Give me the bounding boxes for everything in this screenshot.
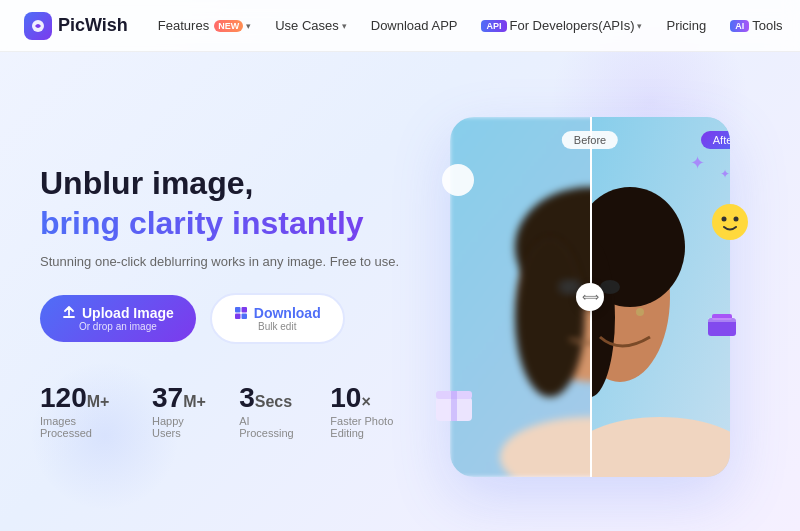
before-badge: Before xyxy=(562,131,618,149)
stat-faster-editing: 10× Faster Photo Editing xyxy=(330,384,420,439)
svg-rect-16 xyxy=(451,391,457,421)
svg-rect-4 xyxy=(241,314,247,320)
nav-item-features[interactable]: Features NEW ▾ xyxy=(148,12,261,39)
svg-rect-1 xyxy=(235,307,241,313)
nav-item-developers[interactable]: API For Developers(APIs) ▾ xyxy=(471,12,652,39)
box-decoration: 🧸 xyxy=(430,377,478,431)
navbar: PicWish Features NEW ▾ Use Cases ▾ Downl… xyxy=(0,0,800,52)
download-sub-text: Bulk edit xyxy=(258,321,296,332)
nav-item-tools[interactable]: AI Tools xyxy=(720,12,792,39)
svg-rect-3 xyxy=(235,314,241,320)
cta-buttons: Upload Image Or drop an image Download B… xyxy=(40,293,420,344)
hero-title-line1: Unblur image, xyxy=(40,164,420,202)
nav-item-download[interactable]: Download APP xyxy=(361,12,468,39)
main-content: Unblur image, bring clarity instantly St… xyxy=(0,52,800,531)
download-button[interactable]: Download Bulk edit xyxy=(210,293,345,344)
upload-sub-text: Or drop an image xyxy=(79,321,157,332)
api-badge: API xyxy=(481,20,506,32)
chevron-down-icon: ▾ xyxy=(246,21,251,31)
plane-decoration: ✈️ xyxy=(440,162,476,204)
upload-icon xyxy=(62,306,76,320)
hero-left: Unblur image, bring clarity instantly St… xyxy=(40,82,420,511)
svg-point-8 xyxy=(722,217,727,222)
gift-decoration: 👍 xyxy=(704,302,740,344)
chevron-down-icon: ▾ xyxy=(342,21,347,31)
stat-ai-processing: 3Secs AI Processing xyxy=(239,384,300,439)
ai-badge: AI xyxy=(730,20,749,32)
nav-items: Features NEW ▾ Use Cases ▾ Download APP … xyxy=(148,12,793,39)
star-decoration-2: ✦ xyxy=(720,167,730,181)
svg-point-9 xyxy=(734,217,739,222)
chevron-down-icon: ▾ xyxy=(637,21,642,31)
svg-point-32 xyxy=(636,308,644,316)
stat-images-processed: 120M+ Images Processed xyxy=(40,384,122,439)
emoji-face-decoration xyxy=(710,202,750,249)
svg-point-5 xyxy=(442,164,474,196)
hero-title-line2: bring clarity instantly xyxy=(40,204,420,242)
svg-point-21 xyxy=(515,237,585,397)
stat-happy-users: 37M+ Happy Users xyxy=(152,384,209,439)
stats-section: 120M+ Images Processed 37M+ Happy Users … xyxy=(40,384,420,439)
hero-subtitle: Stunning one-click deblurring works in a… xyxy=(40,254,420,269)
divider-handle[interactable]: ⟺ xyxy=(576,283,604,311)
after-badge: After xyxy=(701,131,730,149)
svg-point-7 xyxy=(712,204,748,240)
nav-item-pricing[interactable]: Pricing xyxy=(656,12,716,39)
logo[interactable]: PicWish xyxy=(24,12,128,40)
nav-item-use-cases[interactable]: Use Cases ▾ xyxy=(265,12,357,39)
windows-icon xyxy=(234,306,248,320)
new-badge: NEW xyxy=(214,20,243,32)
after-image xyxy=(590,117,730,477)
svg-rect-12 xyxy=(708,318,736,322)
logo-icon xyxy=(24,12,52,40)
before-after-image: ⟺ Before After xyxy=(450,117,730,477)
upload-image-button[interactable]: Upload Image Or drop an image xyxy=(40,295,196,342)
svg-rect-2 xyxy=(241,307,247,313)
brand-name: PicWish xyxy=(58,15,128,36)
star-decoration-1: ✦ xyxy=(690,152,705,174)
svg-point-31 xyxy=(590,417,730,477)
hero-right: ✈️ ✦ ✦ 👍 🧸 xyxy=(420,82,760,511)
